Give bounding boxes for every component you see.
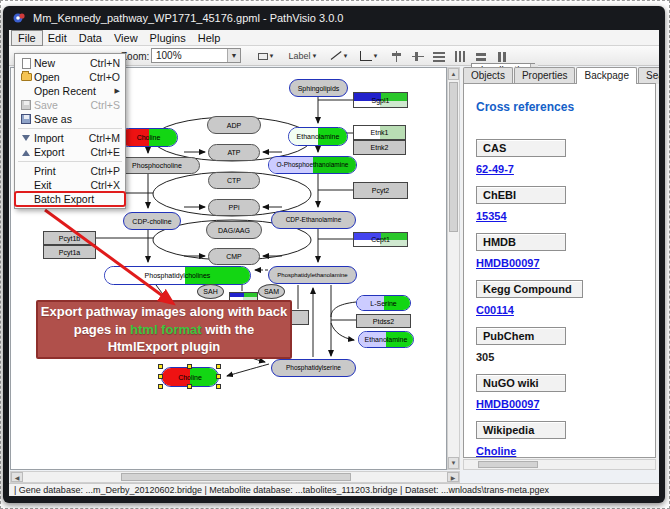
window-content: FileEditDataViewPluginsHelp Zoom: 100% ▼… (9, 30, 659, 496)
node-ptdss2[interactable]: Ptdss2 (356, 314, 411, 328)
xref-link-hmdb00097[interactable]: HMDB00097 (476, 398, 540, 410)
file-menu-item-new[interactable]: NewCtrl+N (15, 56, 125, 70)
file-menu-item-export[interactable]: ExportCtrl+E (15, 145, 125, 159)
node-pcyt1a[interactable]: Pcyt1a (43, 245, 96, 259)
node-phosphatidylserine[interactable]: Phosphatidylserine (271, 359, 356, 377)
node-cmp[interactable]: CMP (208, 248, 260, 265)
node-dag-aag[interactable]: DAG/AAG (206, 221, 262, 239)
annotation-callout: Export pathway images along with back pa… (36, 300, 292, 359)
menu-view[interactable]: View (108, 31, 144, 45)
selection-handle[interactable] (216, 364, 221, 369)
connector-tool-button[interactable]: ▼ (355, 48, 383, 64)
tab-objects[interactable]: Objects (463, 67, 513, 84)
chevron-down-icon[interactable]: ▼ (227, 49, 240, 62)
node-pcyt2[interactable]: Pcyt2 (353, 182, 408, 199)
node-etnk2[interactable]: Etnk2 (353, 140, 406, 155)
menu-bar: FileEditDataViewPluginsHelp (9, 30, 659, 46)
node-phosphatidylethanolamine[interactable]: Phosphatidylethanolamine (268, 266, 357, 284)
node-sgpl1[interactable]: Sgpl1 (353, 92, 408, 108)
vertical-scroll-thumb[interactable] (449, 82, 458, 232)
node-label: Pcyt1b (59, 235, 80, 242)
node-sphingolipids[interactable]: Sphingolipids (289, 79, 348, 97)
scroll-down-icon[interactable]: ▼ (448, 457, 459, 469)
tab-search[interactable]: Search (638, 67, 659, 84)
node-ctp[interactable]: CTP (208, 172, 260, 189)
menu-item-label: Save as (34, 113, 120, 125)
node-ppi[interactable]: PPi (208, 199, 260, 216)
xref-link-hmdb00097[interactable]: HMDB00097 (476, 257, 540, 269)
node-choline[interactable]: Choline (119, 128, 178, 147)
menu-item-label: Open (34, 71, 81, 83)
node-pcyt1b[interactable]: Pcyt1b (43, 231, 96, 245)
label-tool-button[interactable]: Label▼ (283, 48, 323, 64)
canvas-horizontal-scrollbar[interactable]: ◀ ▶ (10, 471, 460, 483)
node-etnk1[interactable]: Etnk1 (353, 125, 406, 140)
menu-file[interactable]: File (12, 31, 42, 45)
menu-plugins[interactable]: Plugins (144, 31, 192, 45)
xref-link-c00114[interactable]: C00114 (476, 304, 514, 316)
node-sam[interactable]: SAM (258, 284, 285, 299)
file-menu-item-exit[interactable]: ExitCtrl+X (15, 178, 125, 192)
selection-handle[interactable] (187, 384, 192, 389)
menu-help[interactable]: Help (192, 31, 227, 45)
panel-scroll-thumb[interactable] (478, 461, 538, 468)
selection-handle[interactable] (158, 374, 163, 379)
node-label: Sgpl1 (372, 97, 390, 104)
node-adp[interactable]: ADP (207, 116, 261, 134)
scroll-left-icon[interactable]: ◀ (11, 472, 23, 482)
side-panel: ObjectsPropertiesBackpageSearchLegend Cr… (461, 67, 658, 470)
tab-backpage[interactable]: Backpage (576, 67, 636, 84)
line-tool-button[interactable]: ▼ (326, 48, 352, 64)
menu-item-shortcut: Ctrl+P (91, 165, 120, 177)
node-phosphatidylcholines[interactable]: Phosphatidylcholines (104, 266, 251, 285)
stack-vertical-button[interactable] (496, 51, 508, 62)
line-icon (330, 50, 342, 62)
file-menu-item-open[interactable]: OpenCtrl+O (15, 70, 125, 84)
xref-value: 305 (476, 351, 655, 363)
node-atp[interactable]: ATP (208, 144, 260, 161)
node-phosphocholine[interactable]: Phosphocholine (114, 157, 200, 174)
file-menu-item-print[interactable]: PrintCtrl+P (15, 164, 125, 178)
selection-handle[interactable] (187, 364, 192, 369)
xref-link-62-49-7[interactable]: 62-49-7 (476, 163, 514, 175)
zoom-combobox[interactable]: 100% ▼ (151, 48, 241, 63)
distribute-horizontal-button[interactable] (433, 51, 445, 62)
node-cdp-choline[interactable]: CDP-choline (123, 212, 181, 230)
distribute-vertical-button[interactable] (454, 51, 466, 62)
file-menu-item-import[interactable]: ImportCtrl+M (15, 131, 125, 145)
align-middle-button[interactable] (412, 51, 424, 62)
stack-horizontal-button[interactable] (475, 51, 487, 62)
menu-edit[interactable]: Edit (42, 31, 73, 45)
scroll-up-icon[interactable]: ▲ (448, 68, 459, 80)
node-ethanolamine[interactable]: Ethanolamine (358, 331, 414, 348)
align-center-button[interactable] (391, 51, 403, 62)
selection-handle[interactable] (216, 384, 221, 389)
node-label: Ptdss2 (373, 318, 394, 325)
xref-link-choline[interactable]: Choline (476, 445, 516, 457)
file-menu-item-batch-export[interactable]: Batch Export (15, 192, 125, 206)
file-menu-item-open-recent[interactable]: Open Recent▶ (15, 84, 125, 98)
horizontal-scroll-thumb[interactable] (121, 473, 351, 481)
file-menu-item-save-as[interactable]: Save as (15, 112, 125, 126)
node-cdp-ethanolamine[interactable]: CDP-Ethanolamine (271, 211, 356, 229)
xref-link-15354[interactable]: 15354 (476, 210, 507, 222)
xref-section-kegg-compound: Kegg CompoundC00114 (476, 279, 655, 316)
selection-handle[interactable] (216, 374, 221, 379)
xref-section-wikipedia: WikipediaCholine (476, 420, 655, 457)
datanode-tool-button[interactable]: ▼ (252, 48, 280, 64)
node-label: Choline (178, 374, 202, 381)
node-ethanolamine[interactable]: Ethanolamine (288, 127, 348, 146)
panel-horizontal-scrollbar[interactable] (463, 459, 656, 470)
menu-data[interactable]: Data (73, 31, 108, 45)
selection-handle[interactable] (158, 364, 163, 369)
node-o-phosphoethanolamine[interactable]: O-Phosphoethanolamine (268, 156, 357, 174)
node-cept1[interactable]: Cept1 (353, 232, 408, 247)
menu-item-label: Import (34, 132, 81, 144)
tab-properties[interactable]: Properties (514, 67, 576, 84)
scroll-right-icon[interactable]: ▶ (447, 472, 459, 482)
node-sah[interactable]: SAH (197, 284, 224, 299)
file-menu-item-save[interactable]: SaveCtrl+S (15, 98, 125, 112)
node-l-serine[interactable]: L-Serine (356, 295, 411, 311)
selection-handle[interactable] (158, 384, 163, 389)
canvas-vertical-scrollbar[interactable]: ▲ ▼ (447, 67, 460, 470)
